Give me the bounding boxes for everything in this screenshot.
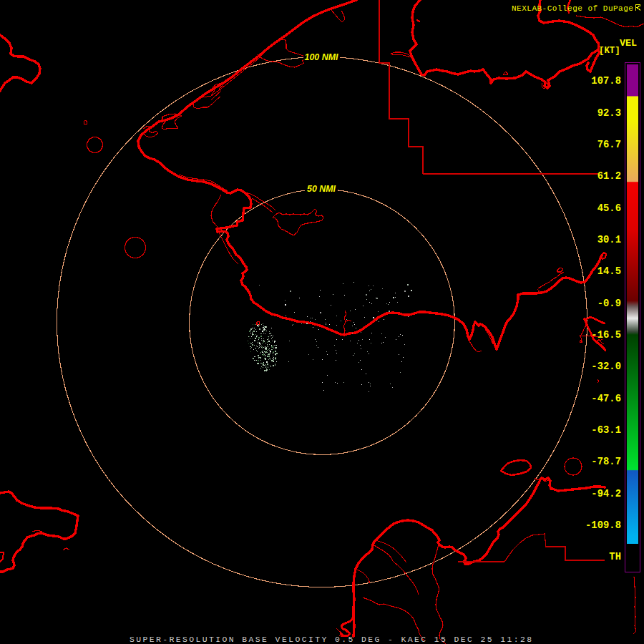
svg-text:-32.0: -32.0: [591, 361, 621, 372]
svg-text:45.6: 45.6: [597, 203, 621, 214]
svg-text:[KT]: [KT]: [599, 46, 620, 56]
svg-text:NEXLAB-College of DuPage: NEXLAB-College of DuPage: [512, 4, 633, 13]
svg-text:30.1: 30.1: [597, 235, 621, 245]
svg-text:VEL: VEL: [620, 38, 637, 49]
svg-text:-16.5: -16.5: [591, 330, 621, 341]
svg-text:61.2: 61.2: [597, 171, 621, 182]
svg-text:SUPER-RESOLUTION BASE VELOCITY: SUPER-RESOLUTION BASE VELOCITY 0.5 DEG -…: [130, 635, 534, 644]
svg-text:92.3: 92.3: [597, 108, 621, 119]
svg-text:-109.8: -109.8: [585, 520, 621, 531]
svg-text:50 NMI: 50 NMI: [307, 184, 336, 194]
svg-text:-63.1: -63.1: [591, 425, 621, 436]
svg-text:-0.9: -0.9: [597, 298, 621, 309]
svg-text:76.7: 76.7: [597, 140, 621, 150]
svg-text:100 NMI: 100 NMI: [305, 52, 338, 62]
svg-text:-94.2: -94.2: [591, 489, 621, 499]
svg-text:14.5: 14.5: [597, 266, 621, 277]
svg-text:TH: TH: [609, 552, 621, 562]
svg-text:-78.7: -78.7: [591, 457, 621, 467]
svg-text:107.8: 107.8: [591, 76, 621, 87]
svg-text:-47.6: -47.6: [591, 394, 621, 404]
